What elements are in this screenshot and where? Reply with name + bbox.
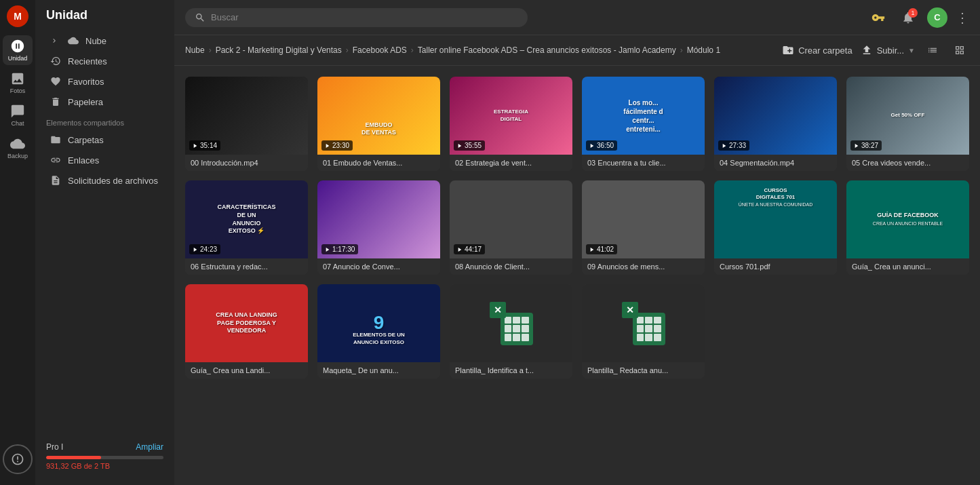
file-card[interactable]: Get 50% OFF 38:27 05 Crea videos vende..… (846, 77, 969, 171)
file-label: 06 Estructura y redac... (185, 258, 308, 275)
ampliar-link[interactable]: Ampliar (136, 442, 163, 452)
sidebar-item-chat[interactable]: Chat (3, 100, 33, 130)
file-duration: 38:27 (850, 140, 882, 151)
file-grid: 35:14 00 Introducción.mp4 EMBUDODE VENTA… (185, 77, 969, 379)
nav-footer: Pro I Ampliar 931,32 GB de 2 TB (35, 435, 174, 477)
file-card[interactable]: CREA UNA LANDINGPAGE PODEROSA YVENDEDORA… (185, 284, 308, 379)
storage-size: 931,32 GB de 2 TB (46, 462, 163, 470)
file-label: 05 Crea videos vende... (846, 155, 969, 171)
file-label: 08 Anuncio de Client... (450, 258, 572, 275)
file-duration: 27:33 (718, 140, 749, 151)
file-label: Guía_ Crea un anunci... (846, 258, 969, 275)
file-card[interactable]: ESTRATEGIADIGITAL 35:55 02 Estrategia de… (450, 77, 572, 171)
file-duration: 44:17 (454, 244, 485, 254)
svg-marker-2 (458, 144, 462, 148)
file-card[interactable]: 1:17:30 07 Anuncio de Conve... (317, 180, 440, 275)
file-card[interactable]: Los mo...fácilmente dcentr...entreteni..… (582, 77, 705, 171)
nav-item-favoritos[interactable]: Favoritos (39, 71, 170, 92)
sidebar-item-fotos[interactable]: Fotos (3, 68, 33, 98)
nav-item-papelera-label: Papelera (68, 97, 103, 107)
upload-button[interactable]: Subir... ▼ (861, 44, 915, 56)
file-duration: 23:30 (321, 140, 353, 151)
breadcrumb-actions: Crear carpeta Subir... ▼ (782, 41, 969, 60)
breadcrumb-taller[interactable]: Taller online Facebook ADS – Crea anunci… (418, 45, 676, 55)
breadcrumb-facebook-ads[interactable]: Facebook ADS (353, 45, 407, 55)
svg-marker-3 (591, 144, 594, 148)
breadcrumb: Nube › Pack 2 - Marketing Digital y Vent… (174, 35, 980, 66)
svg-marker-6 (194, 248, 197, 252)
file-duration: 24:23 (189, 244, 220, 254)
nav-item-carpetas-label: Carpetas (68, 135, 104, 145)
nav-item-favoritos-label: Favoritos (68, 77, 104, 87)
file-label: Cursos 701.pdf (714, 258, 837, 275)
breadcrumb-nube[interactable]: Nube (185, 45, 205, 55)
storage-progress-bar (46, 456, 163, 459)
file-card[interactable]: ✕ Plantilla_ Identifica a t... (450, 284, 572, 379)
file-label: 00 Introducción.mp4 (185, 155, 308, 171)
bell-button[interactable]: 1 (897, 7, 919, 28)
file-label: 07 Anuncio de Conve... (317, 258, 440, 275)
file-duration: 35:55 (454, 140, 485, 151)
nav-item-solicitudes-label: Solicitudes de archivos (68, 176, 158, 186)
file-card[interactable]: CARACTERÍSTICASDE UNANUNCIOEXITOSO ⚡ 24:… (185, 180, 308, 275)
file-duration: 36:50 (586, 140, 617, 151)
file-grid-container: 35:14 00 Introducción.mp4 EMBUDODE VENTA… (174, 66, 980, 485)
file-card[interactable]: CURSOSDIGITALES 701ÚNETE A NUESTRA COMUN… (714, 180, 837, 275)
upload-arrow: ▼ (908, 47, 915, 54)
view-grid-button[interactable] (950, 41, 969, 60)
bell-badge: 1 (908, 8, 918, 18)
nav-section-label: Elementos compartidos (35, 112, 174, 130)
file-label: 09 Anuncios de mens... (582, 258, 705, 275)
sidebar: M Unidad Fotos Chat Backup (0, 0, 35, 485)
breadcrumb-pack2[interactable]: Pack 2 - Marketing Digital y Ventas (216, 45, 342, 55)
sidebar-item-unidad[interactable]: Unidad (3, 35, 33, 65)
file-card[interactable]: 27:33 04 Segmentación.mp4 (714, 77, 837, 171)
file-card[interactable]: 41:02 09 Anuncios de mens... (582, 180, 705, 275)
search-box[interactable] (185, 8, 528, 27)
nav-item-recientes[interactable]: Recientes (39, 51, 170, 71)
nav-item-enlaces[interactable]: Enlaces (39, 150, 170, 170)
main-content: 1 C ⋮ Nube › Pack 2 - Marketing Digital … (174, 0, 980, 485)
sidebar-item-backup[interactable]: Backup (3, 133, 33, 163)
nav-item-solicitudes[interactable]: Solicitudes de archivos (39, 170, 170, 191)
nav-item-recientes-label: Recientes (68, 56, 107, 66)
breadcrumb-modulo1[interactable]: Módulo 1 (687, 45, 720, 55)
file-label: Guía_ Crea una Landi... (185, 362, 308, 379)
file-card[interactable]: ✕ Plantilla_ Redacta anu... (582, 284, 705, 379)
file-label: 01 Embudo de Ventas... (317, 155, 440, 171)
file-label: Maqueta_ De un anu... (317, 362, 440, 379)
file-duration: 41:02 (586, 244, 617, 254)
user-avatar[interactable]: C (927, 7, 947, 28)
more-options-button[interactable]: ⋮ (956, 11, 969, 24)
file-label: 03 Encuentra a tu clie... (582, 155, 705, 171)
svg-marker-9 (591, 248, 594, 252)
topbar-actions: 1 C ⋮ (867, 7, 969, 28)
file-duration: 35:14 (189, 140, 220, 151)
nav-item-papelera[interactable]: Papelera (39, 92, 170, 112)
search-input[interactable] (211, 12, 518, 22)
file-card[interactable]: 35:14 00 Introducción.mp4 (185, 77, 308, 171)
avatar[interactable]: M (7, 5, 28, 27)
svg-marker-0 (194, 144, 197, 148)
nav-title: Unidad (35, 8, 174, 31)
nav-item-carpetas[interactable]: Carpetas (39, 130, 170, 150)
view-list-button[interactable] (923, 41, 942, 60)
svg-marker-7 (326, 248, 330, 252)
storage-progress-fill (46, 456, 101, 459)
file-card[interactable]: EMBUDODE VENTAS 23:30 01 Embudo de Venta… (317, 77, 440, 171)
nav-item-nube-label: Nube (85, 36, 106, 46)
file-card[interactable]: 44:17 08 Anuncio de Client... (450, 180, 572, 275)
create-folder-button[interactable]: Crear carpeta (782, 44, 852, 56)
file-label: 04 Segmentación.mp4 (714, 155, 837, 171)
svg-marker-4 (723, 144, 726, 148)
nav-item-nube[interactable]: Nube (39, 31, 170, 51)
file-label: 02 Estrategia de vent... (450, 155, 572, 171)
file-label: Plantilla_ Identifica a t... (450, 362, 572, 379)
nav-panel: Unidad Nube Recientes Favoritos Papelera… (35, 0, 174, 485)
settings-icon[interactable] (3, 444, 33, 474)
key-button[interactable] (867, 7, 889, 28)
file-card[interactable]: 9 ELEMENTOS DE UNANUNCIO EXITOSO Maqueta… (317, 284, 440, 379)
file-card[interactable]: GUÍA DE FACEBOOKCREA UN ANUNCIO RENTABLE… (846, 180, 969, 275)
storage-total: 2 TB (94, 462, 110, 470)
svg-marker-5 (855, 144, 859, 148)
